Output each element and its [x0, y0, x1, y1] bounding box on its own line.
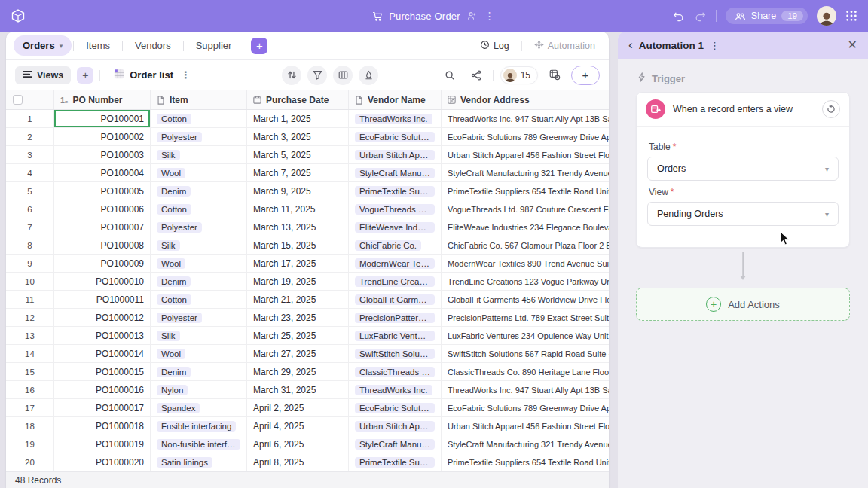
- po-number-cell[interactable]: PO1000019: [54, 435, 151, 453]
- purchase-date-cell[interactable]: March 3, 2025: [247, 128, 349, 145]
- table-row[interactable]: 8PO100008SilkMarch 15, 2025ChicFabric Co…: [6, 236, 609, 255]
- purchase-date-cell[interactable]: March 11, 2025: [247, 200, 349, 218]
- search-button[interactable]: [440, 66, 460, 85]
- purchase-date-cell[interactable]: April 8, 2025: [247, 453, 349, 471]
- po-number-cell[interactable]: PO1000014: [54, 345, 151, 362]
- row-number-cell[interactable]: 19: [6, 435, 54, 453]
- vendor-address-cell[interactable]: GlobalFit Garments 456 Worldview Drive F…: [442, 291, 609, 308]
- add-actions-button[interactable]: + Add Actions: [636, 288, 850, 321]
- item-cell[interactable]: Silk: [151, 327, 247, 344]
- vendor-name-cell[interactable]: ThreadWorks Inc.: [349, 381, 442, 398]
- vendor-address-cell[interactable]: ThreadWorks Inc. 947 Stuart Ally Apt 13B…: [442, 381, 609, 398]
- filter-button[interactable]: [307, 66, 327, 85]
- row-number-cell[interactable]: 9: [6, 255, 54, 272]
- item-cell[interactable]: Polyester: [151, 218, 247, 236]
- table-row[interactable]: 13PO1000013SilkMarch 25, 2025LuxFabric V…: [6, 327, 609, 345]
- row-number-cell[interactable]: 20: [6, 453, 54, 471]
- color-button[interactable]: [359, 66, 378, 85]
- po-number-cell[interactable]: PO100004: [54, 164, 151, 181]
- table-row[interactable]: 1PO100001CottonMarch 1, 2025ThreadWorks …: [6, 110, 609, 128]
- vendor-address-cell[interactable]: PrimeTextile Suppliers 654 Textile Road …: [442, 453, 609, 471]
- table-row[interactable]: 17PO1000017SpandexApril 2, 2025EcoFabric…: [6, 399, 609, 417]
- app-logo-icon[interactable]: [11, 8, 26, 23]
- vendor-name-cell[interactable]: ThreadWorks Inc.: [349, 110, 442, 127]
- table-row[interactable]: 15PO1000015DenimMarch 29, 2025ClassicThr…: [6, 363, 609, 381]
- item-cell[interactable]: Nylon: [151, 381, 247, 398]
- collaborator-icon[interactable]: [466, 11, 477, 21]
- vendor-name-cell[interactable]: Urban Stitch Apparel: [349, 417, 442, 435]
- po-number-cell[interactable]: PO100002: [54, 128, 151, 145]
- column-header-purchase-date[interactable]: Purchase Date: [247, 90, 349, 109]
- vendor-address-cell[interactable]: SwiftStitch Solutions 567 Rapid Road Sui…: [442, 345, 609, 362]
- po-number-cell[interactable]: PO100001: [54, 110, 151, 127]
- vendor-address-cell[interactable]: VogueThreads Ltd. 987 Couture Crescent F…: [442, 200, 609, 218]
- tab-orders[interactable]: Orders ▾: [14, 35, 72, 56]
- row-number-cell[interactable]: 11: [6, 291, 54, 308]
- vendor-address-cell[interactable]: StyleCraft Manufacturing 321 Trendy Aven…: [442, 164, 609, 181]
- row-number-cell[interactable]: 17: [6, 399, 54, 416]
- purchase-date-cell[interactable]: April 4, 2025: [247, 417, 349, 435]
- vendor-name-cell[interactable]: Urban Stitch Apparel: [349, 146, 442, 163]
- row-number-cell[interactable]: 8: [6, 236, 54, 254]
- vendor-name-cell[interactable]: GlobalFit Garments: [349, 291, 442, 308]
- row-number-cell[interactable]: 16: [6, 381, 54, 398]
- po-number-cell[interactable]: PO1000012: [54, 309, 151, 326]
- vendor-address-cell[interactable]: ClassicThreads Co. 890 Heritage Lane Flo…: [442, 363, 609, 380]
- purchase-date-cell[interactable]: April 6, 2025: [247, 435, 349, 453]
- apps-grid-icon[interactable]: [845, 10, 857, 22]
- item-cell[interactable]: Wool: [151, 345, 247, 362]
- table-row[interactable]: 14PO1000014WoolMarch 27, 2025SwiftStitch…: [6, 345, 609, 363]
- test-trigger-button[interactable]: [822, 100, 840, 118]
- view-select[interactable]: Pending Orders ▾: [647, 202, 839, 226]
- vendor-name-cell[interactable]: VogueThreads Ltd.: [349, 200, 442, 218]
- automation-menu-icon[interactable]: ⋮: [710, 40, 720, 51]
- close-icon[interactable]: ✕: [848, 39, 857, 51]
- po-number-cell[interactable]: PO100007: [54, 218, 151, 236]
- po-number-cell[interactable]: PO1000011: [54, 291, 151, 308]
- vendor-address-cell[interactable]: EcoFabric Solutions 789 Greenway Drive A…: [442, 128, 609, 145]
- row-number-cell[interactable]: 10: [6, 273, 54, 290]
- table-row[interactable]: 7PO100007PolyesterMarch 13, 2025EliteWea…: [6, 218, 609, 236]
- user-avatar[interactable]: [817, 6, 836, 26]
- row-number-cell[interactable]: 4: [6, 164, 54, 181]
- po-number-cell[interactable]: PO100006: [54, 200, 151, 218]
- tab-supplier[interactable]: Supplier: [185, 35, 243, 56]
- item-cell[interactable]: Satin linings: [151, 453, 247, 471]
- table-row[interactable]: 20PO1000020Satin liningsApril 8, 2025Pri…: [6, 453, 609, 471]
- back-chevron-icon[interactable]: ‹: [628, 38, 633, 51]
- row-number-cell[interactable]: 12: [6, 309, 54, 326]
- table-row[interactable]: 9PO100009WoolMarch 17, 2025ModernWear Te…: [6, 255, 609, 273]
- row-number-cell[interactable]: 15: [6, 363, 54, 380]
- share-view-button[interactable]: [466, 66, 486, 85]
- vendor-address-cell[interactable]: TrendLine Creations 123 Vogue Parkway Un…: [442, 273, 609, 290]
- vendor-address-cell[interactable]: PrimeTextile Suppliers 654 Textile Road …: [442, 182, 609, 200]
- po-number-cell[interactable]: PO100003: [54, 146, 151, 163]
- vendor-name-cell[interactable]: StyleCraft Manufact...: [349, 435, 442, 453]
- po-number-cell[interactable]: PO100005: [54, 182, 151, 200]
- share-button[interactable]: Share 19: [726, 8, 808, 24]
- sort-button[interactable]: [282, 66, 301, 85]
- purchase-date-cell[interactable]: March 27, 2025: [247, 345, 349, 362]
- row-number-cell[interactable]: 5: [6, 182, 54, 200]
- row-number-cell[interactable]: 18: [6, 417, 54, 435]
- vendor-name-cell[interactable]: EcoFabric Solutions: [349, 128, 442, 145]
- item-cell[interactable]: Polyester: [151, 309, 247, 326]
- purchase-date-cell[interactable]: March 29, 2025: [247, 363, 349, 380]
- vendor-name-cell[interactable]: PrimeTextile Suppliers: [349, 182, 442, 200]
- purchase-date-cell[interactable]: March 17, 2025: [247, 255, 349, 272]
- table-row[interactable]: 19PO1000019Non-fusible interfacingApril …: [6, 435, 609, 453]
- redo-icon[interactable]: [694, 10, 707, 23]
- vendor-address-cell[interactable]: ChicFabric Co. 567 Glamour Plaza Floor 2…: [442, 236, 609, 254]
- current-view[interactable]: Order list ⋮: [114, 69, 193, 81]
- item-cell[interactable]: Wool: [151, 164, 247, 181]
- column-header-vendor-name[interactable]: Vendor Name: [349, 90, 442, 109]
- table-row[interactable]: 18PO1000018Fusible interfacingApril 4, 2…: [6, 417, 609, 435]
- tab-items[interactable]: Items: [75, 35, 121, 56]
- table-row[interactable]: 5PO100005DenimMarch 9, 2025PrimeTextile …: [6, 182, 609, 200]
- table-row[interactable]: 16PO1000016NylonMarch 31, 2025ThreadWork…: [6, 381, 609, 399]
- collaborators-button[interactable]: 15: [500, 66, 538, 84]
- row-number-cell[interactable]: 2: [6, 128, 54, 145]
- purchase-date-cell[interactable]: March 23, 2025: [247, 309, 349, 326]
- item-cell[interactable]: Cotton: [151, 110, 247, 127]
- vendor-address-cell[interactable]: ThreadWorks Inc. 947 Stuart Ally Apt 13B…: [442, 110, 609, 127]
